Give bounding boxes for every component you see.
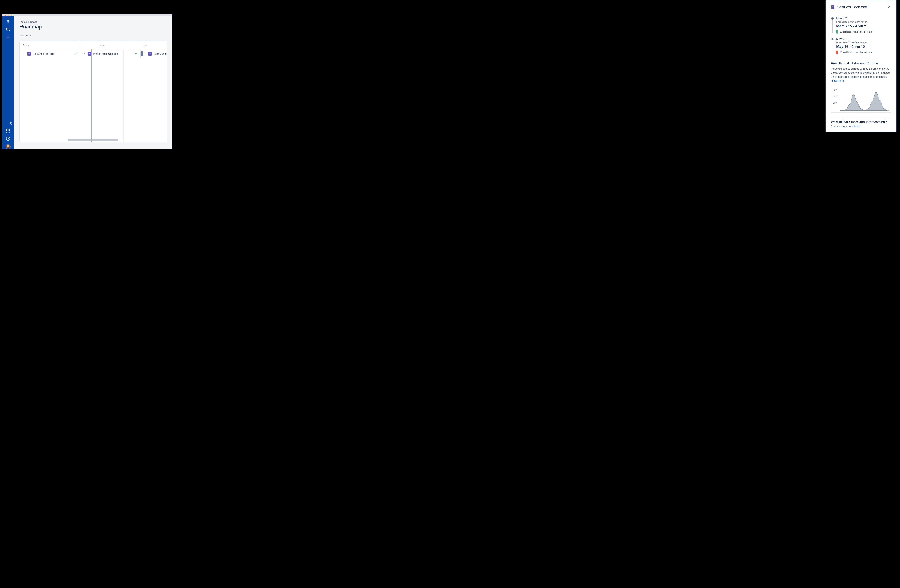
svg-rect-1 [6, 129, 7, 130]
svg-rect-8 [8, 132, 8, 132]
help-icon[interactable] [6, 136, 11, 142]
done-check-icon [135, 52, 138, 56]
create-icon[interactable] [6, 35, 11, 40]
how-body-text: Forecasts are calculated with data from … [831, 67, 889, 78]
svg-point-0 [6, 28, 9, 30]
start-range: March 15 - April 2 [836, 24, 891, 28]
forecast-timeline: March 26 Forecasted start date range Mar… [831, 13, 891, 59]
search-icon[interactable] [6, 27, 11, 32]
status-pill-green [836, 30, 838, 34]
forecast-distribution-chart: 80% 50% 20% [831, 86, 891, 113]
how-body: Forecasts are calculated with data from … [831, 67, 891, 83]
apps-icon[interactable] [6, 128, 11, 134]
status-pill-red [836, 51, 838, 54]
user-avatar[interactable] [6, 144, 11, 149]
svg-rect-9 [9, 132, 10, 132]
roadmap-gantt: Epics APR MAY NextGen Front-end [19, 41, 167, 142]
learn-title: Want to learn more about forecasting? [831, 120, 891, 124]
epic-name: User Management [154, 53, 167, 55]
svg-rect-3 [9, 129, 10, 130]
epic-row[interactable]: User Management [141, 50, 167, 58]
month-may: MAY [124, 42, 167, 50]
status-filter[interactable]: Status [19, 33, 33, 38]
learn-link[interactable]: here! [854, 125, 860, 128]
ytick-80: 80% [833, 89, 837, 91]
status-filter-label: Status [21, 34, 28, 37]
notifications-icon[interactable] [3, 121, 13, 126]
epic-name: Performance Upgrade [93, 53, 118, 55]
svg-rect-4 [6, 130, 7, 131]
svg-rect-2 [8, 129, 8, 130]
end-status-text: Could finish past the set date [840, 51, 873, 54]
epic-icon [148, 52, 152, 56]
expand-icon[interactable] [22, 52, 25, 56]
end-range: May 16 - June 12 [836, 45, 891, 49]
main-content: Teams in Space Roadmap Status Epics APR … [14, 16, 172, 149]
forecast-start-node: March 26 Forecasted start date range Mar… [831, 17, 891, 34]
epic-icon [27, 52, 31, 56]
app-window: Teams in Space Roadmap Status Epics APR … [2, 14, 172, 149]
end-sub: Forecasted due date range [836, 41, 891, 44]
svg-rect-7 [6, 132, 7, 132]
epic-icon [831, 5, 835, 9]
global-nav [2, 16, 14, 149]
epic-name: NextGen Front-end [33, 53, 54, 55]
epic-row[interactable]: Performance Upgrade [80, 50, 141, 58]
expand-icon[interactable] [82, 52, 86, 56]
expand-icon[interactable] [143, 52, 146, 56]
ytick-50: 50% [833, 95, 837, 98]
start-status-text: Could start near the set date [840, 30, 872, 33]
start-date: March 26 [836, 17, 891, 20]
ytick-20: 20% [833, 102, 837, 104]
learn-body: Check out our docs here! [831, 125, 891, 128]
how-title: How Jira calculates your forecast [831, 62, 891, 65]
timeline-header: APR MAY [80, 42, 167, 50]
gantt-horizontal-scrollbar[interactable] [68, 139, 118, 141]
epic-row[interactable]: NextGen Front-end [20, 50, 80, 58]
learn-body-text: Check out our docs [831, 125, 854, 128]
epics-column-header: Epics [20, 42, 80, 50]
forecast-end-node: May 24 Forecasted due date range May 16 … [831, 37, 891, 54]
panel-title: NextGen Back-end [836, 5, 867, 9]
gantt-bar[interactable] [141, 51, 143, 56]
done-check-icon [74, 52, 78, 56]
svg-rect-6 [9, 130, 10, 131]
chevron-down-icon [29, 34, 32, 37]
read-more-link[interactable]: Read more. [831, 79, 844, 82]
start-sub: Forecasted start date range [836, 20, 891, 23]
titlebar [2, 14, 172, 16]
close-icon[interactable] [888, 5, 891, 9]
month-apr: APR [80, 42, 124, 50]
page-title: Roadmap [19, 24, 167, 30]
epic-icon [88, 52, 91, 56]
end-date: May 24 [836, 37, 891, 40]
svg-rect-5 [8, 130, 8, 131]
breadcrumb[interactable]: Teams in Space [19, 20, 167, 23]
epic-forecast-panel: NextGen Back-end March 26 Forecasted sta… [826, 0, 897, 132]
product-logo-icon[interactable] [6, 19, 11, 25]
